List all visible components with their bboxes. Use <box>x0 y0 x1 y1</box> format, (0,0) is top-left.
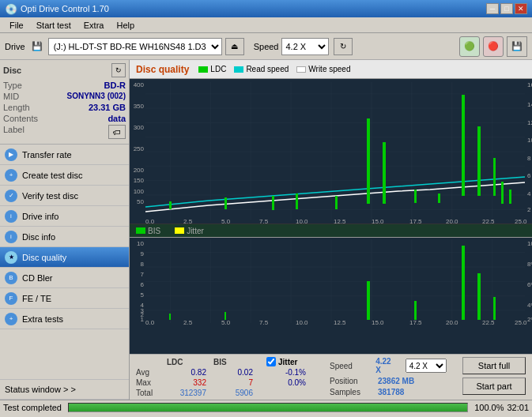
svg-text:15.0: 15.0 <box>372 319 384 326</box>
svg-rect-33 <box>367 118 370 204</box>
length-value: 23.31 GB <box>89 103 126 112</box>
svg-rect-74 <box>169 314 171 320</box>
svg-text:50: 50 <box>137 198 144 205</box>
jitter-checkbox-area: Jitter <box>266 357 297 366</box>
jitter-color <box>175 227 184 234</box>
svg-text:7.5: 7.5 <box>259 319 269 326</box>
menu-file[interactable]: File <box>3 19 30 32</box>
svg-text:6 X: 6 X <box>527 172 532 179</box>
window-controls: ─ □ ✕ <box>486 3 527 14</box>
ldc-color <box>198 66 208 73</box>
svg-text:0.0: 0.0 <box>145 319 155 326</box>
svg-rect-30 <box>272 196 274 210</box>
minimize-button[interactable]: ─ <box>486 3 499 14</box>
max-row-label: Max <box>136 378 160 387</box>
refresh-button[interactable]: ↻ <box>334 38 353 55</box>
speed-select-stats[interactable]: 4.2 X <box>406 359 447 373</box>
position-label: Position <box>330 377 373 385</box>
action-buttons: Start full Start part <box>462 357 526 395</box>
svg-text:300: 300 <box>134 124 145 131</box>
svg-text:22.5: 22.5 <box>482 218 495 224</box>
nav-transfer-rate[interactable]: ▶ Transfer rate <box>0 145 129 165</box>
svg-text:10 X: 10 X <box>527 137 532 144</box>
label-icon-button[interactable]: 🏷 <box>108 125 126 139</box>
media-button-2[interactable]: 🔴 <box>483 36 504 57</box>
svg-rect-28 <box>169 201 172 209</box>
svg-text:4 X: 4 X <box>527 190 532 197</box>
status-window-button[interactable]: Status window > > <box>0 379 129 400</box>
disc-refresh-button[interactable]: ↻ <box>111 63 126 77</box>
svg-rect-70 <box>414 301 417 320</box>
contents-label: Contents <box>3 114 38 123</box>
charts-area: 400 350 300 250 200 150 100 50 16 X 14 X… <box>130 79 532 354</box>
svg-text:250: 250 <box>134 145 145 152</box>
bis-max-val: 7 <box>209 378 253 387</box>
jitter-max-val: 0.0% <box>262 378 306 387</box>
svg-text:7: 7 <box>141 271 145 278</box>
ldc-total-val: 312397 <box>163 389 206 397</box>
drive-select[interactable]: (J:) HL-DT-ST BD-RE WH16NS48 1.D3 <box>48 38 222 55</box>
nav-create-test-disc[interactable]: + Create test disc <box>0 165 129 186</box>
svg-rect-72 <box>477 273 481 320</box>
svg-text:5.0: 5.0 <box>221 218 231 224</box>
svg-rect-38 <box>477 126 481 196</box>
maximize-button[interactable]: □ <box>500 3 513 14</box>
nav-drive-info[interactable]: i Drive info <box>0 206 129 227</box>
jitter-checkbox[interactable] <box>266 357 276 366</box>
nav-disc-quality[interactable]: ★ Disc quality <box>0 247 129 268</box>
samples-val: 381788 <box>378 388 404 396</box>
svg-text:2%: 2% <box>527 316 532 323</box>
verify-test-disc-icon: ✓ <box>5 190 17 202</box>
legend-write-speed: Write speed <box>296 65 350 73</box>
svg-rect-29 <box>224 197 227 209</box>
svg-text:10: 10 <box>137 240 144 247</box>
fe-te-icon: F <box>5 292 17 305</box>
label-label: Label <box>3 125 25 139</box>
legend-jitter: Jitter <box>175 227 204 235</box>
start-part-button[interactable]: Start part <box>462 378 526 395</box>
nav-verify-test-disc[interactable]: ✓ Verify test disc <box>0 186 129 206</box>
app-icon: 💿 <box>5 3 17 15</box>
speed-stat-val: 4.22 X <box>375 357 397 374</box>
save-button[interactable]: 💾 <box>507 36 527 57</box>
media-button-1[interactable]: 🟢 <box>459 36 480 57</box>
svg-text:7.5: 7.5 <box>259 218 269 224</box>
ldc-bis-stats: LDC BIS Jitter Avg 0.82 0.02 -0.1% Max 3… <box>136 357 306 399</box>
chart-title: Disc quality <box>136 64 189 75</box>
menu-extra[interactable]: Extra <box>77 19 111 32</box>
start-full-button[interactable]: Start full <box>462 357 526 374</box>
svg-text:5: 5 <box>141 291 145 299</box>
disc-panel-title: Disc <box>3 66 21 75</box>
eject-button[interactable]: ⏏ <box>225 38 244 55</box>
nav-cd-bler-label: CD Bler <box>22 273 53 283</box>
svg-text:25.0: 25.0 <box>515 319 527 326</box>
svg-rect-71 <box>462 246 465 320</box>
svg-rect-31 <box>296 193 298 209</box>
progress-percentage: 100.0% <box>474 403 504 412</box>
svg-text:12.5: 12.5 <box>334 319 346 326</box>
nav-cd-bler[interactable]: B CD Bler <box>0 268 129 288</box>
nav-fe-te[interactable]: F FE / TE <box>0 288 129 309</box>
speed-select[interactable]: 4.2 X <box>281 38 329 55</box>
menu-start-test[interactable]: Start test <box>30 19 77 32</box>
svg-text:2 X: 2 X <box>527 206 532 213</box>
menu-help[interactable]: Help <box>110 19 141 32</box>
svg-text:8 X: 8 X <box>527 155 532 162</box>
bis-color <box>136 227 145 234</box>
mid-value: SONYNN3 (002) <box>67 92 126 101</box>
svg-rect-69 <box>367 281 370 320</box>
svg-text:100: 100 <box>134 188 145 195</box>
create-test-disc-icon: + <box>5 169 17 182</box>
nav-disc-info[interactable]: i Disc info <box>0 227 129 247</box>
total-row-label: Total <box>136 389 160 397</box>
cd-bler-icon: B <box>5 272 17 284</box>
svg-text:15.0: 15.0 <box>372 218 384 224</box>
speed-position-stats: Speed 4.22 X 4.2 X Position 23862 MB Sam… <box>330 357 447 396</box>
close-button[interactable]: ✕ <box>515 3 527 14</box>
ldc-header: LDC <box>167 358 210 366</box>
svg-text:10.0: 10.0 <box>296 218 308 224</box>
jitter-header: Jitter <box>278 358 297 366</box>
main-area: Disc ↻ Type BD-R MID SONYNN3 (002) Lengt… <box>0 60 532 400</box>
svg-text:6%: 6% <box>527 281 532 288</box>
nav-extra-tests[interactable]: + Extra tests <box>0 309 129 329</box>
